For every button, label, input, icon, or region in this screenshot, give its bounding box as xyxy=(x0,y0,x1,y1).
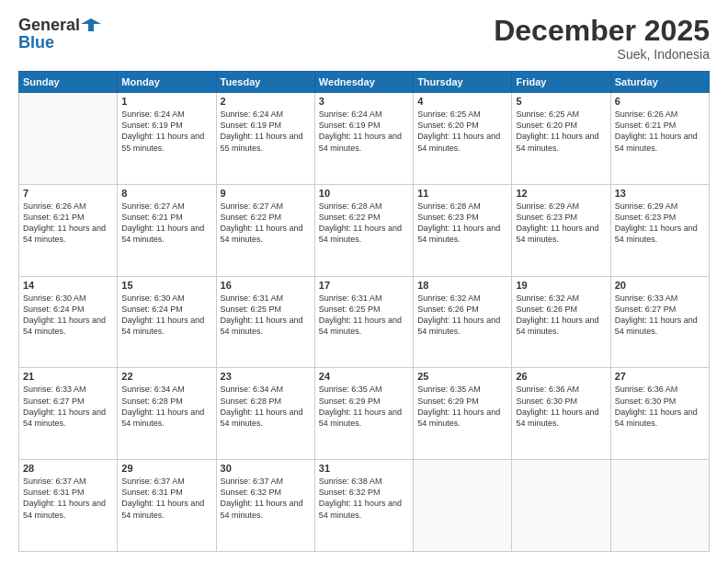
cell-info: Sunrise: 6:35 AM Sunset: 6:29 PM Dayligh… xyxy=(319,384,409,429)
day-number: 30 xyxy=(221,463,311,474)
col-wednesday: Wednesday xyxy=(314,72,413,93)
day-number: 20 xyxy=(615,280,705,291)
header: General Blue December 2025 Suek, Indones… xyxy=(18,15,710,62)
table-row: 29Sunrise: 6:37 AM Sunset: 6:31 PM Dayli… xyxy=(118,460,216,552)
day-number: 31 xyxy=(319,463,409,474)
day-number: 19 xyxy=(516,280,606,291)
table-row: 30Sunrise: 6:37 AM Sunset: 6:32 PM Dayli… xyxy=(216,460,314,552)
table-row: 6Sunrise: 6:26 AM Sunset: 6:21 PM Daylig… xyxy=(610,93,709,185)
logo-blue: Blue xyxy=(18,33,101,52)
cell-info: Sunrise: 6:31 AM Sunset: 6:25 PM Dayligh… xyxy=(319,293,409,338)
day-number: 18 xyxy=(417,280,507,291)
table-row: 20Sunrise: 6:33 AM Sunset: 6:27 PM Dayli… xyxy=(610,276,709,368)
table-row: 10Sunrise: 6:28 AM Sunset: 6:22 PM Dayli… xyxy=(314,184,413,276)
day-number: 17 xyxy=(319,280,409,291)
cell-info: Sunrise: 6:31 AM Sunset: 6:25 PM Dayligh… xyxy=(221,293,311,338)
cell-info: Sunrise: 6:28 AM Sunset: 6:22 PM Dayligh… xyxy=(319,201,409,246)
table-row: 27Sunrise: 6:36 AM Sunset: 6:30 PM Dayli… xyxy=(610,368,709,460)
cell-info: Sunrise: 6:33 AM Sunset: 6:27 PM Dayligh… xyxy=(615,293,705,338)
table-row: 4Sunrise: 6:25 AM Sunset: 6:20 PM Daylig… xyxy=(414,93,512,185)
cell-info: Sunrise: 6:37 AM Sunset: 6:32 PM Dayligh… xyxy=(221,476,311,521)
day-number: 4 xyxy=(417,96,507,107)
col-monday: Monday xyxy=(118,72,216,93)
day-number: 2 xyxy=(221,96,311,107)
cell-info: Sunrise: 6:37 AM Sunset: 6:31 PM Dayligh… xyxy=(23,476,113,521)
cell-info: Sunrise: 6:35 AM Sunset: 6:29 PM Dayligh… xyxy=(417,384,507,429)
table-row: 24Sunrise: 6:35 AM Sunset: 6:29 PM Dayli… xyxy=(314,368,413,460)
cell-info: Sunrise: 6:24 AM Sunset: 6:19 PM Dayligh… xyxy=(121,109,211,154)
cell-info: Sunrise: 6:29 AM Sunset: 6:23 PM Dayligh… xyxy=(516,201,606,246)
table-row: 12Sunrise: 6:29 AM Sunset: 6:23 PM Dayli… xyxy=(512,184,610,276)
day-number: 22 xyxy=(121,371,211,382)
day-number: 3 xyxy=(319,96,409,107)
table-row: 16Sunrise: 6:31 AM Sunset: 6:25 PM Dayli… xyxy=(216,276,314,368)
col-sunday: Sunday xyxy=(19,72,118,93)
svg-marker-0 xyxy=(81,18,101,31)
cell-info: Sunrise: 6:38 AM Sunset: 6:32 PM Dayligh… xyxy=(319,476,409,521)
location: Suek, Indonesia xyxy=(494,47,710,62)
table-row: 11Sunrise: 6:28 AM Sunset: 6:23 PM Dayli… xyxy=(414,184,512,276)
table-row: 31Sunrise: 6:38 AM Sunset: 6:32 PM Dayli… xyxy=(314,460,413,552)
table-row: 17Sunrise: 6:31 AM Sunset: 6:25 PM Dayli… xyxy=(314,276,413,368)
table-row: 5Sunrise: 6:25 AM Sunset: 6:20 PM Daylig… xyxy=(512,93,610,185)
cell-info: Sunrise: 6:34 AM Sunset: 6:28 PM Dayligh… xyxy=(221,384,311,429)
table-row: 25Sunrise: 6:35 AM Sunset: 6:29 PM Dayli… xyxy=(414,368,512,460)
cell-info: Sunrise: 6:30 AM Sunset: 6:24 PM Dayligh… xyxy=(121,293,211,338)
day-number: 24 xyxy=(319,371,409,382)
table-row xyxy=(19,93,118,185)
table-row: 21Sunrise: 6:33 AM Sunset: 6:27 PM Dayli… xyxy=(19,368,118,460)
title-block: December 2025 Suek, Indonesia xyxy=(494,15,710,62)
day-number: 13 xyxy=(615,188,705,199)
table-row: 19Sunrise: 6:32 AM Sunset: 6:26 PM Dayli… xyxy=(512,276,610,368)
col-thursday: Thursday xyxy=(414,72,512,93)
table-row: 9Sunrise: 6:27 AM Sunset: 6:22 PM Daylig… xyxy=(216,184,314,276)
day-number: 26 xyxy=(516,371,606,382)
day-number: 12 xyxy=(516,188,606,199)
cell-info: Sunrise: 6:26 AM Sunset: 6:21 PM Dayligh… xyxy=(615,109,705,154)
calendar: Sunday Monday Tuesday Wednesday Thursday… xyxy=(18,71,710,552)
table-row: 22Sunrise: 6:34 AM Sunset: 6:28 PM Dayli… xyxy=(118,368,216,460)
cell-info: Sunrise: 6:30 AM Sunset: 6:24 PM Dayligh… xyxy=(23,293,113,338)
col-tuesday: Tuesday xyxy=(216,72,314,93)
day-number: 10 xyxy=(319,188,409,199)
table-row: 2Sunrise: 6:24 AM Sunset: 6:19 PM Daylig… xyxy=(216,93,314,185)
day-number: 29 xyxy=(121,463,211,474)
day-number: 8 xyxy=(121,188,211,199)
cell-info: Sunrise: 6:27 AM Sunset: 6:21 PM Dayligh… xyxy=(121,201,211,246)
col-saturday: Saturday xyxy=(610,72,709,93)
table-row: 14Sunrise: 6:30 AM Sunset: 6:24 PM Dayli… xyxy=(19,276,118,368)
table-row: 13Sunrise: 6:29 AM Sunset: 6:23 PM Dayli… xyxy=(610,184,709,276)
cell-info: Sunrise: 6:28 AM Sunset: 6:23 PM Dayligh… xyxy=(417,201,507,246)
day-number: 16 xyxy=(221,280,311,291)
table-row xyxy=(414,460,512,552)
cell-info: Sunrise: 6:32 AM Sunset: 6:26 PM Dayligh… xyxy=(417,293,507,338)
day-number: 1 xyxy=(121,96,211,107)
day-number: 27 xyxy=(615,371,705,382)
day-number: 6 xyxy=(615,96,705,107)
table-row: 15Sunrise: 6:30 AM Sunset: 6:24 PM Dayli… xyxy=(118,276,216,368)
cell-info: Sunrise: 6:32 AM Sunset: 6:26 PM Dayligh… xyxy=(516,293,606,338)
table-row: 23Sunrise: 6:34 AM Sunset: 6:28 PM Dayli… xyxy=(216,368,314,460)
table-row xyxy=(512,460,610,552)
cell-info: Sunrise: 6:26 AM Sunset: 6:21 PM Dayligh… xyxy=(23,201,113,246)
cell-info: Sunrise: 6:27 AM Sunset: 6:22 PM Dayligh… xyxy=(221,201,311,246)
day-number: 25 xyxy=(417,371,507,382)
table-row: 26Sunrise: 6:36 AM Sunset: 6:30 PM Dayli… xyxy=(512,368,610,460)
day-number: 23 xyxy=(221,371,311,382)
table-row: 1Sunrise: 6:24 AM Sunset: 6:19 PM Daylig… xyxy=(118,93,216,185)
table-row xyxy=(610,460,709,552)
day-number: 28 xyxy=(23,463,113,474)
cell-info: Sunrise: 6:24 AM Sunset: 6:19 PM Dayligh… xyxy=(221,109,311,154)
logo: General Blue xyxy=(18,15,101,52)
cell-info: Sunrise: 6:25 AM Sunset: 6:20 PM Dayligh… xyxy=(417,109,507,154)
table-row: 3Sunrise: 6:24 AM Sunset: 6:19 PM Daylig… xyxy=(314,93,413,185)
cell-info: Sunrise: 6:33 AM Sunset: 6:27 PM Dayligh… xyxy=(23,384,113,429)
col-friday: Friday xyxy=(512,72,610,93)
table-row: 28Sunrise: 6:37 AM Sunset: 6:31 PM Dayli… xyxy=(19,460,118,552)
day-number: 9 xyxy=(221,188,311,199)
month-title: December 2025 xyxy=(494,15,710,47)
cell-info: Sunrise: 6:34 AM Sunset: 6:28 PM Dayligh… xyxy=(121,384,211,429)
day-number: 15 xyxy=(121,280,211,291)
logo-general: General xyxy=(18,16,80,35)
cell-info: Sunrise: 6:36 AM Sunset: 6:30 PM Dayligh… xyxy=(615,384,705,429)
